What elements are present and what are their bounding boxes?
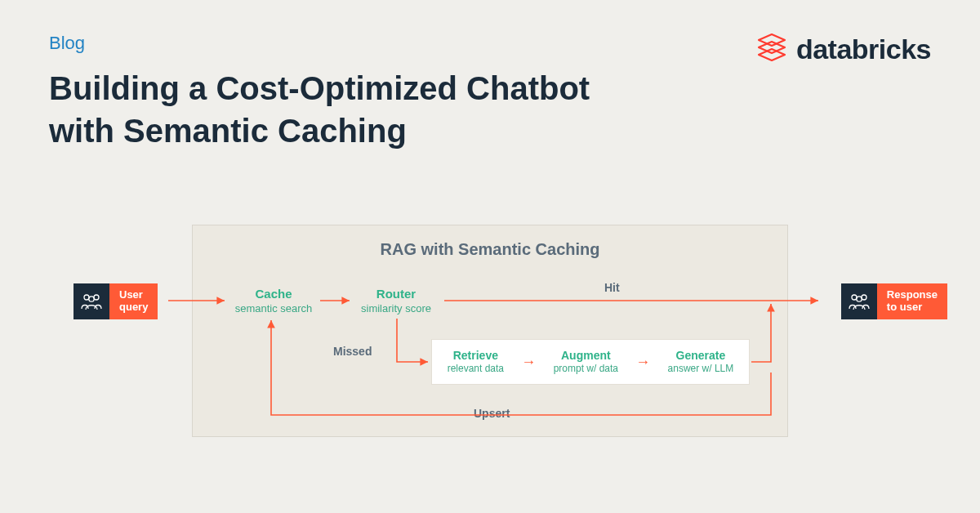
page-title: Building a Cost-Optimized Chatbot with S… xyxy=(49,67,662,152)
edge-label-upsert: Upsert xyxy=(474,407,510,420)
diagram-panel: RAG with Semantic Caching xyxy=(192,225,788,437)
edge-label-hit: Hit xyxy=(604,281,620,294)
diagram-title: RAG with Semantic Caching xyxy=(193,225,787,259)
users-icon xyxy=(74,283,109,319)
arrow-icon: → xyxy=(521,354,536,371)
users-icon xyxy=(841,283,877,319)
node-retrieve: Retrieve relevant data xyxy=(448,348,504,376)
arrow-icon: → xyxy=(635,354,650,371)
response-block: Response to user xyxy=(841,283,947,319)
svg-point-4 xyxy=(862,295,866,300)
svg-point-3 xyxy=(852,295,857,300)
edge-label-missed: Missed xyxy=(333,345,372,358)
svg-point-1 xyxy=(94,295,99,300)
svg-point-0 xyxy=(84,295,89,300)
brand-logo: databricks xyxy=(755,31,931,67)
rag-pipeline-box: Retrieve relevant data → Augment prompt … xyxy=(431,339,750,385)
node-router: Router similarity score xyxy=(351,286,441,315)
node-cache: Cache semantic search xyxy=(229,286,318,315)
brand-name: databricks xyxy=(796,33,931,65)
user-query-label: User query xyxy=(109,283,158,319)
svg-point-5 xyxy=(857,297,862,301)
svg-point-2 xyxy=(89,297,94,301)
databricks-icon xyxy=(755,31,788,67)
response-label: Response to user xyxy=(877,283,947,319)
node-generate: Generate answer w/ LLM xyxy=(668,348,734,376)
node-augment: Augment prompt w/ data xyxy=(554,348,618,376)
user-query-block: User query xyxy=(74,283,158,319)
